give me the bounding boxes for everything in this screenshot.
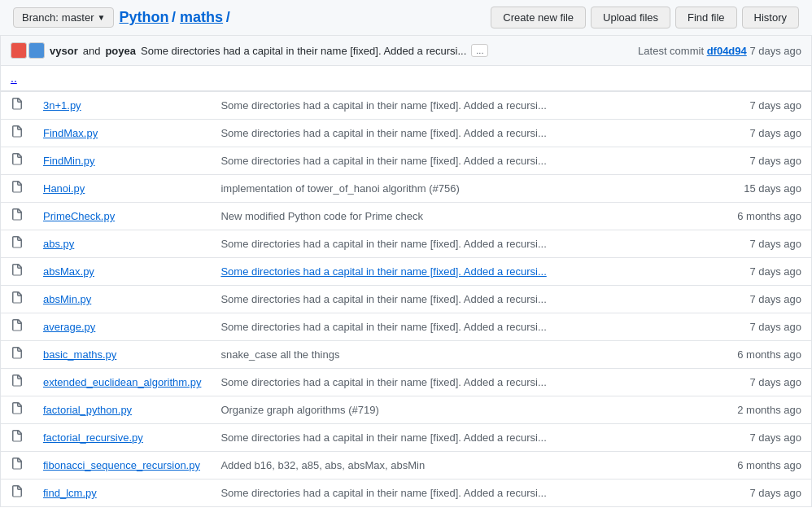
breadcrumb-maths[interactable]: maths xyxy=(180,9,223,25)
file-icon xyxy=(1,286,34,313)
commit-hash-link[interactable]: df04d94 xyxy=(707,45,747,57)
action-buttons: Create new file Upload files Find file H… xyxy=(491,7,799,28)
commit-dots-button[interactable]: ... xyxy=(471,44,488,57)
file-name-link[interactable]: basic_maths.py xyxy=(43,348,116,361)
file-time-cell: 7 days ago xyxy=(706,313,812,341)
file-time-cell: 15 days ago xyxy=(706,175,812,203)
parent-dir-link[interactable]: .. xyxy=(11,72,17,85)
file-name-cell: extended_euclidean_algorithm.py xyxy=(33,369,211,396)
commit-author1[interactable]: vysor xyxy=(50,45,78,57)
branch-section: Branch: master ▼ Python / maths / xyxy=(13,7,230,28)
file-time-cell: 7 days ago xyxy=(706,92,812,120)
commit-author2[interactable]: poyea xyxy=(105,45,136,57)
file-name-link[interactable]: fibonacci_sequence_recursion.py xyxy=(43,459,200,471)
file-name-link[interactable]: find_lcm.py xyxy=(43,487,97,499)
latest-commit-label: Latest commit xyxy=(638,45,704,57)
file-icon xyxy=(1,369,34,396)
commit-msg-text: Some directories had a capital in their … xyxy=(220,376,546,388)
file-time-cell: 6 months ago xyxy=(706,341,812,369)
commit-left: vysor and poyea Some directories had a c… xyxy=(11,42,488,59)
file-name-link[interactable]: PrimeCheck.py xyxy=(43,210,115,222)
file-time-cell: 6 months ago xyxy=(706,452,812,480)
breadcrumb-python[interactable]: Python xyxy=(119,9,168,25)
file-name-cell: basic_maths.py xyxy=(33,341,211,369)
file-name-cell: 3n+1.py xyxy=(33,92,211,120)
file-icon xyxy=(1,341,34,369)
file-time-cell: 7 days ago xyxy=(706,369,812,396)
file-time-cell: 6 months ago xyxy=(706,203,812,230)
file-time-cell: 7 days ago xyxy=(706,286,812,313)
branch-label: Branch: xyxy=(22,11,59,24)
file-name-cell: FindMax.py xyxy=(33,120,211,147)
file-name-link[interactable]: average.py xyxy=(43,321,95,333)
commit-msg-text: Some directories had a capital in their … xyxy=(220,321,546,333)
file-icon xyxy=(1,120,34,147)
table-row: 3n+1.pySome directories had a capital in… xyxy=(1,92,812,120)
file-icon xyxy=(1,258,34,286)
file-name-link[interactable]: 3n+1.py xyxy=(43,99,81,112)
avatar-group xyxy=(11,42,45,59)
table-row: FindMin.pySome directories had a capital… xyxy=(1,147,812,175)
file-time-cell: 7 days ago xyxy=(706,424,812,452)
file-name-link[interactable]: abs.py xyxy=(43,238,74,250)
create-new-file-button[interactable]: Create new file xyxy=(491,7,586,28)
file-name-link[interactable]: factorial_recursive.py xyxy=(43,431,143,444)
file-name-cell: absMax.py xyxy=(33,258,211,286)
table-row: fibonacci_sequence_recursion.pyAdded b16… xyxy=(1,452,812,480)
avatar-vysor xyxy=(11,42,27,59)
file-icon xyxy=(1,424,34,452)
commit-msg-text: Some directories had a capital in their … xyxy=(220,293,546,305)
file-icon xyxy=(1,92,34,120)
file-name-cell: factorial_python.py xyxy=(33,396,211,424)
file-time-cell: 7 days ago xyxy=(706,258,812,286)
file-commit-msg-cell: implementation of tower_of_hanoi algorit… xyxy=(211,175,705,203)
file-name-cell: fibonacci_sequence_recursion.py xyxy=(33,452,211,480)
file-table: 3n+1.pySome directories had a capital in… xyxy=(0,91,812,507)
commit-msg-text: Some directories had a capital in their … xyxy=(220,238,546,250)
file-icon xyxy=(1,313,34,341)
table-row: extended_euclidean_algorithm.pySome dire… xyxy=(1,369,812,396)
table-row: PrimeCheck.pyNew modified Python code fo… xyxy=(1,203,812,230)
commit-and: and xyxy=(83,45,101,57)
file-name-link[interactable]: FindMax.py xyxy=(43,127,98,139)
file-name-link[interactable]: absMin.py xyxy=(43,293,91,305)
commit-msg-text: implementation of tower_of_hanoi algorit… xyxy=(220,182,459,195)
file-time-cell: 7 days ago xyxy=(706,120,812,147)
file-name-link[interactable]: extended_euclidean_algorithm.py xyxy=(43,376,201,388)
branch-dropdown[interactable]: Branch: master ▼ xyxy=(13,7,114,28)
commit-msg-link[interactable]: Some directories had a capital in their … xyxy=(220,265,546,278)
table-row: abs.pySome directories had a capital in … xyxy=(1,230,812,258)
table-row: factorial_recursive.pySome directories h… xyxy=(1,424,812,452)
table-row: basic_maths.pysnake_case all the things6… xyxy=(1,341,812,369)
table-row: find_lcm.pySome directories had a capita… xyxy=(1,480,812,507)
file-name-link[interactable]: Hanoi.py xyxy=(43,182,85,195)
file-commit-msg-cell: Some directories had a capital in their … xyxy=(211,480,705,507)
file-commit-msg-cell: Some directories had a capital in their … xyxy=(211,369,705,396)
file-time-cell: 7 days ago xyxy=(706,480,812,507)
file-commit-msg-cell: Some directories had a capital in their … xyxy=(211,313,705,341)
file-name-link[interactable]: FindMin.py xyxy=(43,155,95,167)
avatar-poyea xyxy=(28,42,45,59)
table-row: Hanoi.pyimplementation of tower_of_hanoi… xyxy=(1,175,812,203)
file-name-link[interactable]: absMax.py xyxy=(43,265,94,278)
file-icon xyxy=(1,480,34,507)
commit-msg-text: Some directories had a capital in their … xyxy=(220,487,546,499)
upload-files-button[interactable]: Upload files xyxy=(591,7,670,28)
file-name-cell: factorial_recursive.py xyxy=(33,424,211,452)
commit-msg-text: Some directories had a capital in their … xyxy=(220,155,546,167)
file-time-cell: 7 days ago xyxy=(706,147,812,175)
find-file-button[interactable]: Find file xyxy=(675,7,737,28)
commit-msg-text: New modified Python code for Prime check xyxy=(220,210,423,222)
table-row: absMax.pySome directories had a capital … xyxy=(1,258,812,286)
file-commit-msg-cell: Some directories had a capital in their … xyxy=(211,147,705,175)
commit-message: Some directories had a capital in their … xyxy=(141,45,466,57)
file-icon xyxy=(1,175,34,203)
branch-name: master xyxy=(62,11,94,24)
file-name-cell: PrimeCheck.py xyxy=(33,203,211,230)
commit-msg-text: Some directories had a capital in their … xyxy=(220,431,546,444)
file-commit-msg-cell: Some directories had a capital in their … xyxy=(211,258,705,286)
file-name-link[interactable]: factorial_python.py xyxy=(43,404,132,416)
history-button[interactable]: History xyxy=(742,7,799,28)
file-name-cell: absMin.py xyxy=(33,286,211,313)
commit-msg-text: Organize graph algorithms (#719) xyxy=(220,404,378,416)
